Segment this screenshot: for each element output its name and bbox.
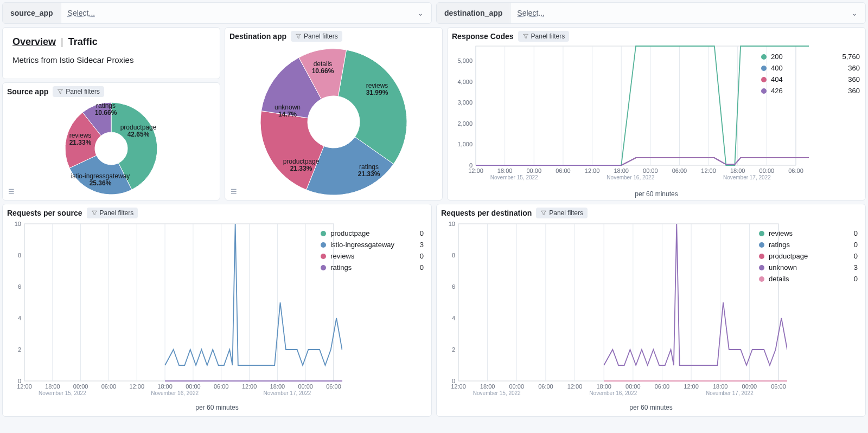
legend-item[interactable]: productpage0 [321, 229, 424, 237]
panel-filters-chip[interactable]: Panel filters [53, 86, 104, 97]
svg-text:00:00: 00:00 [73, 383, 88, 390]
svg-text:November 16, 2022: November 16, 2022 [589, 390, 637, 396]
svg-text:November 15, 2022: November 15, 2022 [490, 175, 538, 180]
legend-value: 0 [833, 252, 858, 260]
legend-toggle-icon[interactable]: ☰ [231, 188, 237, 196]
legend-dot-icon [761, 54, 767, 60]
svg-text:18:00: 18:00 [270, 383, 285, 390]
svg-text:November 15, 2022: November 15, 2022 [39, 390, 86, 396]
destination-app-panel: Destination app Panel filters reviews31.… [225, 27, 443, 201]
legend-item[interactable]: reviews0 [759, 229, 858, 237]
svg-text:18:00: 18:00 [614, 167, 629, 174]
svg-text:istio-ingressgateway: istio-ingressgateway [71, 172, 130, 180]
filter-icon [522, 33, 529, 40]
svg-text:2: 2 [452, 346, 455, 353]
legend-item[interactable]: 426360 [761, 87, 860, 95]
svg-text:productpage: productpage [283, 158, 320, 165]
svg-text:4: 4 [452, 315, 455, 321]
panel-filters-chip[interactable]: Panel filters [87, 208, 138, 218]
svg-text:November 15, 2022: November 15, 2022 [473, 390, 521, 396]
overview-link[interactable]: Overview [12, 36, 56, 47]
legend-dot-icon [759, 231, 764, 236]
legend-dot-icon [761, 66, 767, 71]
legend-item[interactable]: ratings0 [759, 241, 858, 249]
source-app-filter-label: source_app [3, 3, 61, 23]
svg-text:00:00: 00:00 [760, 167, 775, 174]
svg-text:00:00: 00:00 [509, 383, 525, 390]
legend-item[interactable]: istio-ingressgateway3 [321, 241, 424, 249]
requests-per-destination-title: Requests per destination [441, 209, 532, 217]
legend-item[interactable]: 404360 [761, 75, 860, 83]
source-app-filter[interactable]: source_app Select... ⌄ [2, 2, 432, 24]
legend-dot-icon [759, 254, 764, 259]
svg-text:00:00: 00:00 [298, 383, 313, 390]
requests-per-source-legend: productpage0istio-ingressgateway3reviews… [321, 229, 424, 272]
legend-item[interactable]: reviews0 [321, 252, 424, 260]
legend-name: ratings [769, 241, 828, 249]
legend-name: reviews [769, 229, 828, 237]
svg-text:06:00: 06:00 [214, 383, 229, 390]
legend-value: 0 [399, 229, 424, 237]
legend-value: 5,760 [835, 53, 860, 61]
legend-name: 400 [771, 64, 831, 72]
legend-item[interactable]: details0 [759, 275, 858, 283]
legend-name: productpage [330, 229, 394, 237]
svg-text:12:00: 12:00 [701, 167, 716, 174]
chevron-down-icon: ⌄ [844, 9, 865, 17]
source-app-panel-title: Source app [7, 87, 48, 96]
destination-app-filter-value: Select... [510, 9, 844, 17]
destination-app-panel-title: Destination app [229, 32, 286, 41]
svg-text:unknown: unknown [275, 104, 301, 111]
svg-text:25.36%: 25.36% [90, 179, 112, 187]
response-codes-legend: 2005,760400360404360426360 [761, 53, 860, 95]
svg-text:4,000: 4,000 [457, 79, 473, 85]
legend-value: 3 [399, 241, 424, 249]
svg-text:2: 2 [18, 346, 21, 353]
svg-text:21.33%: 21.33% [69, 139, 92, 146]
legend-toggle-icon[interactable]: ☰ [8, 188, 15, 196]
svg-text:00:00: 00:00 [626, 383, 641, 390]
legend-item[interactable]: unknown3 [759, 263, 858, 272]
chevron-down-icon: ⌄ [410, 9, 431, 17]
svg-text:ratings: ratings [96, 102, 116, 109]
source-app-panel: Source app Panel filters productpage42.6… [2, 82, 220, 201]
svg-text:November 16, 2022: November 16, 2022 [151, 390, 199, 396]
panel-filters-chip[interactable]: Panel filters [518, 31, 570, 42]
svg-text:productpage: productpage [120, 124, 157, 131]
svg-text:12:00: 12:00 [17, 383, 32, 390]
svg-text:5,000: 5,000 [457, 57, 473, 64]
legend-dot-icon [321, 242, 326, 248]
legend-item[interactable]: 400360 [761, 64, 860, 72]
legend-item[interactable]: 2005,760 [761, 53, 860, 61]
svg-text:10: 10 [449, 221, 455, 227]
legend-value: 0 [399, 252, 424, 260]
svg-text:06:00: 06:00 [672, 167, 687, 174]
svg-text:1,000: 1,000 [457, 141, 473, 147]
svg-text:3,000: 3,000 [457, 99, 473, 106]
svg-text:November 17, 2022: November 17, 2022 [263, 390, 311, 396]
svg-text:8: 8 [452, 252, 455, 258]
svg-text:8: 8 [18, 252, 21, 258]
svg-text:00:00: 00:00 [643, 167, 658, 174]
filter-icon [540, 210, 547, 216]
svg-text:reviews: reviews [366, 82, 388, 89]
legend-item[interactable]: productpage0 [759, 252, 858, 260]
svg-text:November 16, 2022: November 16, 2022 [607, 175, 654, 180]
overview-separator: | [61, 36, 63, 47]
legend-name: reviews [330, 252, 394, 260]
x-axis-label: per 60 minutes [448, 190, 865, 200]
response-codes-panel: Response Codes Panel filters 01,0002,000… [447, 27, 866, 201]
legend-dot-icon [321, 231, 326, 236]
panel-filters-chip[interactable]: Panel filters [536, 208, 588, 218]
legend-name: istio-ingressgateway [330, 241, 394, 249]
svg-text:6: 6 [452, 283, 455, 290]
destination-app-filter[interactable]: destination_app Select... ⌄ [436, 2, 866, 24]
response-codes-chart: 01,0002,0003,0004,0005,00012:0018:0000:0… [451, 43, 809, 188]
panel-filters-chip[interactable]: Panel filters [291, 31, 342, 42]
legend-item[interactable]: ratings0 [321, 263, 424, 272]
svg-text:00:00: 00:00 [742, 383, 757, 390]
requests-per-destination-chart: 024681012:0018:0000:0006:0012:0018:0000:… [440, 219, 787, 402]
destination-app-filter-label: destination_app [437, 3, 510, 23]
svg-text:10.66%: 10.66% [312, 67, 334, 75]
filter-icon [295, 33, 302, 40]
